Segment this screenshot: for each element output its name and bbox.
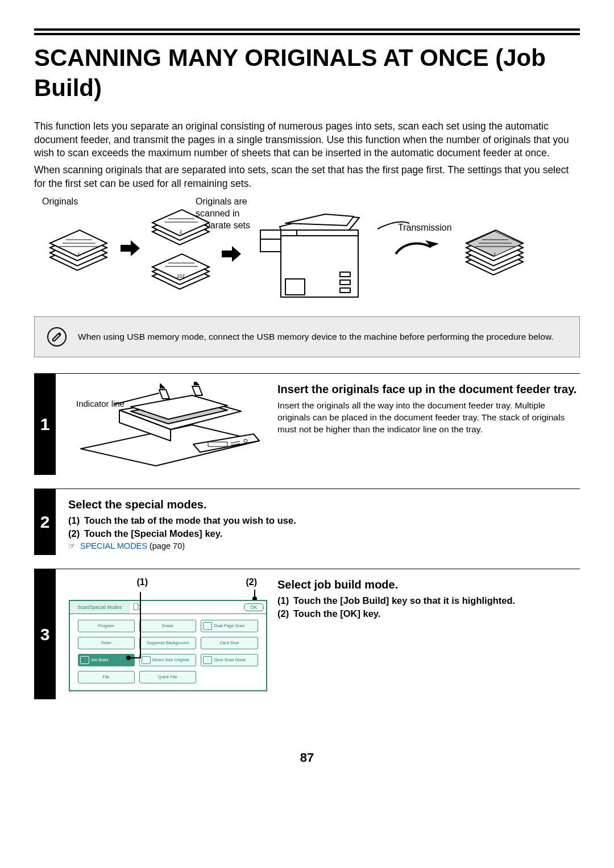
callout-connector <box>127 592 161 666</box>
result-stack-icon: 1 <box>456 212 533 291</box>
special-modes-panel: Scan/Special Modes OK Program Erase Dual… <box>69 600 267 691</box>
link-page-ref: (page 70) <box>147 541 185 550</box>
flow-diagram: Originals Originals are scanned in separ… <box>34 196 580 304</box>
note-text: When using USB memory mode, connect the … <box>78 332 554 342</box>
note-box: When using USB memory mode, connect the … <box>34 316 580 357</box>
step-number-1: 1 <box>34 374 56 475</box>
step-1-body: Insert the originals all the way into th… <box>277 400 580 436</box>
indicator-line-label: Indicator line <box>76 399 125 410</box>
job-build-icon <box>80 656 89 664</box>
panel-title: Scan/Special Modes <box>70 601 130 614</box>
special-modes-link[interactable]: SPECIAL MODES <box>80 541 147 550</box>
flow-originals-label: Originals <box>42 196 78 208</box>
step-2-sub1-no: (1) <box>68 515 84 526</box>
step-number-2: 2 <box>34 489 56 555</box>
svg-rect-23 <box>285 279 305 295</box>
arrow-icon <box>121 240 140 256</box>
svg-rect-25 <box>340 280 350 285</box>
step-3-sub1-no: (1) <box>277 595 293 606</box>
svg-marker-28 <box>285 214 354 226</box>
step-3-sub2-no: (2) <box>277 608 293 619</box>
ok-button[interactable]: OK <box>244 603 263 611</box>
svg-point-45 <box>244 439 247 443</box>
arrow-icon <box>222 246 241 262</box>
svg-text:101: 101 <box>176 273 185 279</box>
slow-scan-mode-button[interactable]: Slow Scan Mode <box>201 654 258 666</box>
copier-icon <box>256 205 375 302</box>
step-3: 3 (1) (2) Scan/Spec <box>34 569 580 699</box>
slow-scan-icon <box>203 656 212 664</box>
svg-marker-54 <box>192 386 202 395</box>
intro-paragraph-1: This function lets you separate an origi… <box>34 120 580 160</box>
svg-marker-21 <box>222 246 241 262</box>
originals-stack-icon: 1 <box>40 212 117 291</box>
step-2-sub1: Touch the tab of the mode that you wish … <box>84 515 580 526</box>
dual-page-icon <box>203 622 212 630</box>
step-2-heading: Select the special modes. <box>68 497 580 512</box>
page-number: 87 <box>34 750 580 765</box>
step-2-sub2: Touch the [Special Modes] key. <box>84 528 580 539</box>
step-number-3: 3 <box>34 569 56 699</box>
step-3-sub1: Touch the [Job Build] key so that it is … <box>293 595 580 606</box>
panel-markers: (1) (2) <box>70 577 266 598</box>
card-shot-button[interactable]: Card Shot <box>201 637 258 649</box>
svg-rect-24 <box>340 272 350 277</box>
step-2: 2 Select the special modes. (1) Touch th… <box>34 489 580 555</box>
feeder-tray-illustration: Indicator line <box>74 382 262 467</box>
svg-text:1: 1 <box>77 252 80 257</box>
pointer-icon: ☞ <box>68 541 76 550</box>
page-title: SCANNING MANY ORIGINALS AT ONCE (Job Bui… <box>34 43 580 103</box>
top-rule <box>34 28 580 35</box>
step-1: 1 Indicator line <box>34 374 580 475</box>
svg-text:1: 1 <box>179 229 182 235</box>
svg-text:1: 1 <box>493 252 496 257</box>
quick-file-button[interactable]: Quick File <box>139 671 196 683</box>
svg-marker-30 <box>260 230 281 252</box>
svg-rect-26 <box>340 288 350 293</box>
intro-paragraph-2: When scanning originals that are separat… <box>34 164 580 190</box>
step-2-sub2-no: (2) <box>68 528 84 539</box>
marker-2: (2) <box>246 577 258 587</box>
step-3-sub2: Touch the [OK] key. <box>293 608 580 619</box>
svg-marker-53 <box>159 390 169 399</box>
file-button[interactable]: File <box>78 671 135 683</box>
transmission-arrow-icon <box>373 213 453 258</box>
pencil-icon <box>47 327 67 347</box>
svg-marker-8 <box>121 240 140 256</box>
svg-rect-46 <box>208 442 227 446</box>
marker-1: (1) <box>137 577 148 587</box>
step-1-heading: Insert the originals face up in the docu… <box>277 382 580 397</box>
split-stacks-icon: 1 101 <box>142 206 216 297</box>
dual-page-scan-button[interactable]: Dual Page Scan <box>201 620 258 632</box>
svg-point-57 <box>126 656 131 660</box>
step-3-heading: Select job build mode. <box>277 577 580 592</box>
